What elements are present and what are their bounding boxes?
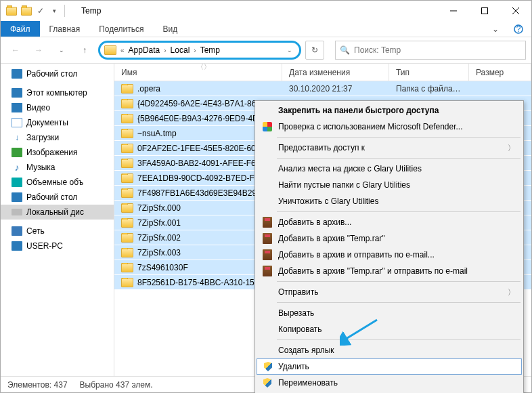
folder-icon (121, 114, 133, 123)
tab-view[interactable]: Вид (153, 21, 187, 37)
ctx-send[interactable]: Отправить〉 (257, 284, 522, 300)
submenu-arrow-icon: 〉 (508, 143, 515, 153)
ctx-defender[interactable]: Проверка с использованием Microsoft Defe… (257, 119, 522, 135)
folder-icon (121, 263, 133, 272)
ctx-rar-add[interactable]: Добавить в архив... (257, 214, 522, 230)
tree-userpc[interactable]: USER-PC (1, 239, 114, 253)
refresh-button[interactable]: ↻ (305, 41, 324, 60)
ctx-grant-access[interactable]: Предоставить доступ к〉 (257, 140, 522, 156)
breadcrumb-appdata[interactable]: AppData (129, 45, 160, 55)
ctx-rar-mail[interactable]: Добавить в архив и отправить по e-mail..… (257, 247, 522, 263)
ribbon-expand-icon[interactable]: ⌄ (485, 21, 506, 37)
tree-music[interactable]: ♪Музыка (1, 160, 114, 175)
music-icon: ♪ (12, 163, 22, 172)
downloads-icon: ↓ (12, 133, 22, 142)
chevron-left-icon[interactable]: « (119, 47, 126, 54)
status-selected: Выбрано 437 элем. (80, 380, 153, 390)
tree-3dobjects[interactable]: Объемные объ (1, 175, 114, 190)
ctx-glary-destroy[interactable]: Уничтожить с Glary Utilities (257, 193, 522, 209)
documents-icon (12, 118, 22, 127)
qat-open-icon[interactable] (21, 7, 32, 16)
navigation-tree[interactable]: Рабочий стол Этот компьютер Видео Докуме… (1, 64, 114, 376)
help-button[interactable]: ? (506, 21, 531, 37)
breadcrumb-temp[interactable]: Temp (200, 45, 220, 55)
folder-icon (121, 203, 133, 213)
tree-downloads[interactable]: ↓Загрузки (1, 130, 114, 145)
up-button[interactable]: ↑ (75, 41, 94, 60)
ctx-copy[interactable]: Копировать (257, 321, 522, 337)
file-name: 7ZipSfx.003 (137, 248, 181, 257)
desktop-icon (12, 69, 22, 79)
network-icon (12, 226, 22, 236)
ctx-rename[interactable]: Переименовать (257, 375, 522, 391)
breadcrumb-local[interactable]: Local (171, 45, 190, 55)
tree-thispc[interactable]: Этот компьютер (1, 85, 114, 100)
forward-button[interactable]: → (29, 41, 48, 60)
tab-home[interactable]: Главная (40, 21, 90, 37)
tab-share[interactable]: Поделиться (89, 21, 153, 37)
ctx-glary-analyze[interactable]: Анализ места на диске с Glary Utilities (257, 161, 522, 177)
ctx-separator (277, 158, 520, 159)
shield-icon (263, 361, 273, 372)
svg-rect-1 (482, 8, 488, 14)
column-type[interactable]: Тип (389, 64, 469, 81)
column-headers: 〈〉 Имя Дата изменения Тип Размер (114, 64, 531, 81)
file-name: 8F52561D-B175-4BBC-A310-15C9 (137, 278, 265, 287)
file-name: 7F4987FB1A6E43d69E3E94B29EB7 (137, 188, 272, 198)
pc-icon (12, 88, 22, 98)
rar-icon (262, 233, 273, 244)
search-input[interactable] (354, 45, 521, 55)
column-size[interactable]: Размер (469, 64, 531, 81)
ctx-rar-temp-mail[interactable]: Добавить в архив "Temp.rar" и отправить … (257, 263, 522, 279)
tree-desktop2[interactable]: Рабочий стол (1, 190, 114, 205)
tree-desktop[interactable]: Рабочий стол (1, 66, 114, 81)
column-gripper-icon[interactable]: 〈〉 (197, 62, 210, 72)
ctx-separator (277, 281, 520, 282)
address-bar[interactable]: « AppData › Local › Temp ⌄ (98, 41, 301, 60)
pc-icon (12, 241, 22, 251)
ctx-shortcut[interactable]: Создать ярлык (257, 342, 522, 358)
tree-documents[interactable]: Документы (1, 115, 114, 130)
file-name: 7ZipSfx.000 (137, 203, 181, 213)
file-name: 7ZipSfx.002 (137, 233, 181, 243)
folder-icon (121, 218, 133, 228)
qat-dropdown-icon[interactable]: ▾ (49, 6, 59, 16)
close-button[interactable] (500, 1, 531, 21)
maximize-button[interactable] (469, 1, 500, 21)
column-date[interactable]: Дата изменения (282, 64, 389, 81)
tree-images[interactable]: Изображения (1, 145, 114, 160)
ctx-delete[interactable]: Удалить (257, 358, 522, 375)
chevron-right-icon[interactable]: › (192, 47, 197, 54)
ctx-glary-empty[interactable]: Найти пустые папки с Glary Utilities (257, 177, 522, 193)
file-name: 7ZipSfx.001 (137, 218, 181, 228)
recent-dropdown[interactable]: ⌄ (52, 41, 71, 60)
ctx-cut[interactable]: Вырезать (257, 305, 522, 321)
defender-icon (262, 121, 273, 132)
qat-separator (64, 5, 65, 17)
chevron-right-icon[interactable]: › (162, 47, 167, 54)
address-dropdown-icon[interactable]: ⌄ (284, 47, 295, 54)
search-box[interactable]: 🔍 (335, 41, 526, 60)
file-name: {4D922459-6A2E-4E43-B7A1-8687 (137, 99, 265, 108)
rar-icon (262, 217, 273, 228)
ctx-separator (277, 339, 520, 340)
folder-icon (121, 248, 133, 257)
tab-file[interactable]: Файл (1, 21, 40, 37)
ctx-pin[interactable]: Закрепить на панели быстрого доступа (257, 102, 522, 119)
address-folder-icon (104, 45, 116, 55)
folder-icon (121, 84, 133, 94)
folder-icon (121, 99, 133, 108)
window-title: Temp (72, 6, 438, 16)
ctx-rar-temp[interactable]: Добавить в архив "Temp.rar" (257, 230, 522, 247)
tree-network[interactable]: Сеть (1, 224, 114, 239)
back-button[interactable]: ← (6, 41, 25, 60)
tree-localdisk[interactable]: Локальный дис (1, 205, 114, 220)
desktop-icon (12, 192, 22, 202)
table-row[interactable]: .opera30.10.2020 21:37Папка с файлами (114, 81, 531, 96)
navigation-bar: ← → ⌄ ↑ « AppData › Local › Temp ⌄ ↻ 🔍 (1, 37, 531, 63)
qat-check-icon[interactable]: ✓ (36, 6, 45, 16)
minimize-button[interactable] (438, 1, 469, 21)
tree-video[interactable]: Видео (1, 100, 114, 115)
ctx-separator (277, 211, 520, 212)
file-name: 0F2AF2EC-1FEE-45E5-820E-60DBF (137, 144, 272, 153)
